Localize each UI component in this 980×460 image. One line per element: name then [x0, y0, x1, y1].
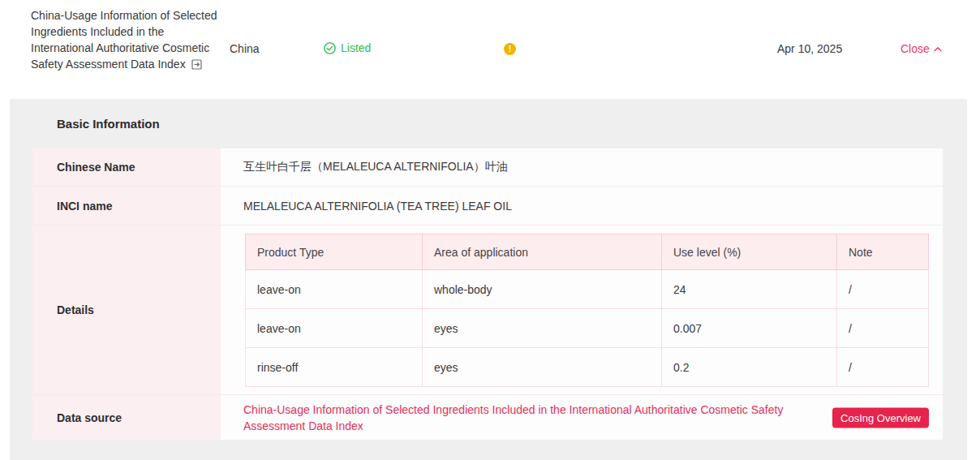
- column-header-area-of-application: Area of application: [423, 234, 662, 270]
- details-table: Product Type Area of application Use lev…: [245, 234, 929, 387]
- cell-note: /: [837, 270, 929, 309]
- field-value-chinese-name: 互生叶白千层（MELALEUCA ALTERNIFOLIA）叶油: [221, 148, 943, 186]
- column-header-note: Note: [837, 234, 929, 270]
- cell-note: /: [837, 348, 929, 387]
- field-row-data-source: Data source China-Usage Information of S…: [32, 395, 943, 440]
- basic-information-panel: Basic Information Chinese Name 互生叶白千层（ME…: [10, 99, 967, 460]
- status-label: Listed: [341, 41, 371, 54]
- field-rows: Chinese Name 互生叶白千层（MELALEUCA ALTERNIFOL…: [32, 148, 943, 440]
- update-date: Apr 10, 2025: [777, 42, 842, 55]
- cell-product-type: leave-on: [246, 270, 423, 309]
- field-value-data-source: China-Usage Information of Selected Ingr…: [221, 395, 943, 440]
- field-value-details: Product Type Area of application Use lev…: [221, 226, 943, 394]
- field-row-details: Details Product Type Area of application…: [32, 226, 943, 395]
- ingredient-summary-row[interactable]: China-Usage Information of Selected Ingr…: [0, 0, 980, 99]
- field-label-data-source: Data source: [32, 395, 221, 440]
- field-label-chinese-name: Chinese Name: [32, 148, 221, 186]
- column-header-use-level: Use level (%): [662, 234, 837, 270]
- cell-area: eyes: [423, 309, 662, 348]
- regulation-title: China-Usage Information of Selected Ingr…: [31, 7, 222, 74]
- status-badge: Listed: [324, 41, 371, 54]
- field-label-details: Details: [32, 226, 221, 394]
- field-label-inci-name: INCI name: [32, 187, 221, 225]
- cell-use-level: 0.2: [662, 348, 837, 387]
- cell-area: whole-body: [423, 270, 662, 309]
- cell-use-level: 0.007: [662, 309, 837, 348]
- warning-exclamation-icon[interactable]: !: [504, 43, 516, 55]
- close-button[interactable]: Close: [900, 42, 942, 55]
- cell-product-type: leave-on: [246, 309, 423, 348]
- cell-product-type: rinse-off: [246, 348, 423, 387]
- table-row: leave-on whole-body 24 /: [246, 270, 929, 309]
- table-row: rinse-off eyes 0.2 /: [246, 348, 929, 387]
- close-button-label: Close: [900, 42, 930, 55]
- field-row-inci-name: INCI name MELALEUCA ALTERNIFOLIA (TEA TR…: [32, 187, 943, 226]
- field-row-chinese-name: Chinese Name 互生叶白千层（MELALEUCA ALTERNIFOL…: [32, 148, 943, 187]
- ingredient-detail-screen: China-Usage Information of Selected Ingr…: [0, 0, 980, 460]
- cell-note: /: [837, 309, 929, 348]
- field-value-inci-name: MELALEUCA ALTERNIFOLIA (TEA TREE) LEAF O…: [221, 187, 943, 225]
- column-header-product-type: Product Type: [246, 234, 423, 270]
- section-title: Basic Information: [57, 117, 160, 131]
- cosing-overview-button[interactable]: CosIng Overview: [832, 407, 929, 428]
- cell-area: eyes: [423, 348, 662, 387]
- details-table-header-row: Product Type Area of application Use lev…: [246, 234, 929, 270]
- external-link-icon[interactable]: [191, 58, 202, 74]
- check-circle-icon: [324, 42, 336, 54]
- chevron-up-icon: [934, 46, 942, 52]
- data-source-link[interactable]: China-Usage Information of Selected Ingr…: [243, 402, 803, 434]
- table-row: leave-on eyes 0.007 /: [246, 309, 929, 348]
- cell-use-level: 24: [662, 270, 837, 309]
- regulation-title-text: China-Usage Information of Selected Ingr…: [31, 9, 217, 71]
- region-label: China: [230, 42, 260, 55]
